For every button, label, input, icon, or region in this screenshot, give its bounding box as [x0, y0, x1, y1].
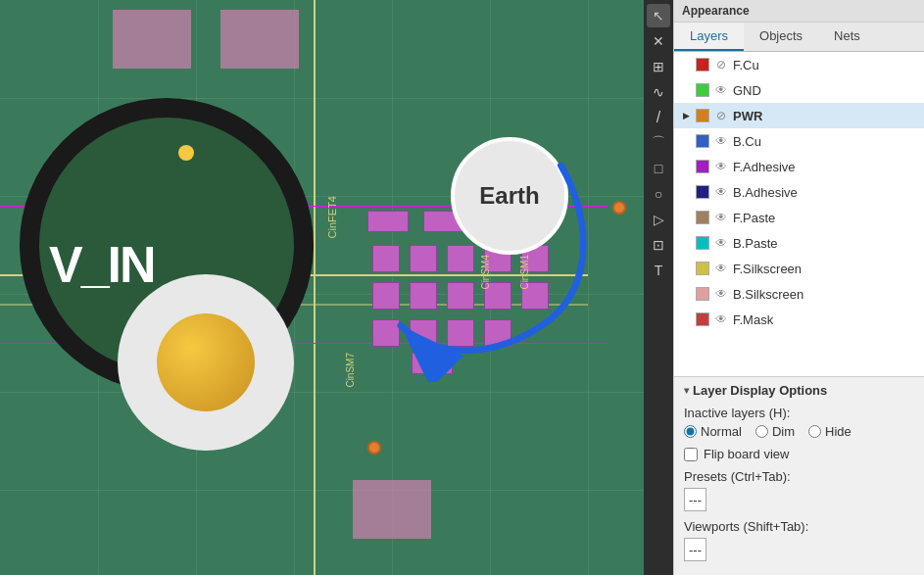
radio-dim[interactable]: Dim: [755, 424, 795, 439]
inactive-layers-label: Inactive layers (H):: [684, 406, 924, 420]
cross-tool-btn[interactable]: ✕: [647, 29, 670, 53]
comp-label-cinsm7: CinSM7: [345, 353, 356, 388]
pad-sm2: [410, 245, 437, 272]
layer-visibility-icon[interactable]: 👁: [713, 312, 729, 326]
layer-item[interactable]: 👁 B.Paste: [674, 230, 924, 256]
comp-label-cinfet4: CinFET4: [326, 196, 338, 238]
layer-item-selected[interactable]: ▶ ⊘ PWR: [674, 103, 924, 128]
radio-dim-input[interactable]: [755, 425, 768, 438]
layer-name: F.Adhesive: [733, 160, 924, 174]
radio-normal[interactable]: Normal: [684, 424, 742, 439]
layer-color: [696, 185, 709, 199]
layer-color: [696, 262, 709, 275]
viewports-dropdown[interactable]: ---: [684, 538, 706, 561]
layer-name: B.Adhesive: [733, 185, 924, 200]
viewports-dropdown-wrapper: ---: [684, 538, 924, 561]
earth-badge: Earth: [451, 137, 568, 255]
layer-item[interactable]: 👁 F.Silkscreen: [674, 256, 924, 281]
layer-item[interactable]: 👁 GND: [674, 77, 924, 103]
pad-bottom: [353, 480, 431, 539]
layer-expand: [680, 288, 692, 300]
radio-hide[interactable]: Hide: [808, 424, 851, 439]
viewports-label: Viewports (Shift+Tab):: [684, 519, 924, 534]
comp-label-cinsm4: CinSM4: [480, 255, 491, 290]
layer-item[interactable]: 👁 B.Silkscreen: [674, 281, 924, 307]
layer-visibility-icon[interactable]: 👁: [713, 236, 729, 250]
layer-item[interactable]: 👁 B.Adhesive: [674, 179, 924, 205]
pad-lg1: [367, 211, 409, 232]
select-tool-btn[interactable]: ↖: [647, 4, 670, 27]
right-panel: Appearance Layers Objects Nets ⊘ F.Cu 👁 …: [673, 0, 924, 575]
pad-top-1: [113, 10, 191, 69]
flip-board-checkbox[interactable]: [684, 448, 698, 461]
arrow-tool-btn[interactable]: ▷: [647, 208, 670, 231]
radio-hide-label: Hide: [825, 424, 851, 439]
layer-color: [696, 312, 709, 326]
layer-color: [696, 109, 709, 122]
layer-expand: [680, 161, 692, 172]
layer-item[interactable]: 👁 F.Adhesive: [674, 154, 924, 179]
layer-name: F.Mask: [733, 312, 924, 327]
layer-visibility-icon[interactable]: 👁: [713, 287, 729, 301]
text-tool-btn[interactable]: T: [647, 259, 670, 282]
tab-nets[interactable]: Nets: [818, 23, 876, 51]
layer-item[interactable]: 👁 F.Paste: [674, 205, 924, 230]
pad-sm13: [447, 319, 474, 347]
pad-sm6: [372, 282, 400, 310]
radio-normal-input[interactable]: [684, 425, 697, 438]
image-tool-btn[interactable]: ⊡: [647, 233, 670, 257]
layer-item[interactable]: 👁 F.Mask: [674, 307, 924, 332]
radio-hide-input[interactable]: [808, 425, 821, 438]
layer-item[interactable]: 👁 B.Cu: [674, 128, 924, 154]
layer-name: GND: [733, 83, 924, 98]
layer-visibility-icon[interactable]: ⊘: [713, 109, 729, 122]
layer-visibility-icon[interactable]: 👁: [713, 160, 729, 173]
pad-top-2: [220, 10, 299, 69]
layer-color: [696, 211, 709, 224]
pad-sm11: [372, 319, 400, 347]
layer-expand: [680, 186, 692, 198]
layer-item[interactable]: ⊘ F.Cu: [674, 52, 924, 77]
line-tool-btn[interactable]: /: [647, 106, 670, 129]
tab-objects[interactable]: Objects: [744, 23, 818, 51]
pcb-canvas[interactable]: V_IN CinFET4 CinSM7 CinSM4 CinSM1 Earth: [0, 0, 644, 575]
layer-visibility-icon[interactable]: 👁: [713, 211, 729, 224]
flip-board-row: Flip board view: [684, 447, 924, 461]
pad-sm14: [484, 319, 511, 347]
arc-tool-btn[interactable]: ⌒: [647, 131, 670, 155]
component-inner: [118, 274, 294, 451]
flip-board-label: Flip board view: [704, 447, 789, 461]
tab-layers[interactable]: Layers: [674, 23, 744, 51]
route-tool-btn[interactable]: ⊞: [647, 55, 670, 78]
pad-sm8: [447, 282, 474, 310]
layer-expand: [680, 59, 692, 71]
small-dot: [178, 145, 194, 161]
layer-name: B.Cu: [733, 134, 924, 149]
layer-color: [696, 58, 709, 72]
layer-color: [696, 134, 709, 148]
layer-visibility-icon[interactable]: ⊘: [713, 58, 729, 72]
layer-expand: [680, 313, 692, 325]
inactive-layers-options: Normal Dim Hide: [684, 424, 924, 439]
layer-display-options-header[interactable]: ▾ Layer Display Options: [684, 383, 924, 398]
layer-name: PWR: [733, 109, 924, 123]
presets-dropdown[interactable]: ---: [684, 488, 706, 511]
layer-visibility-icon[interactable]: 👁: [713, 134, 729, 148]
viewports-dropdown-row: ---: [684, 538, 924, 561]
layer-visibility-icon[interactable]: 👁: [713, 262, 729, 275]
wave-tool-btn[interactable]: ∿: [647, 80, 670, 104]
layer-expand: ▶: [680, 110, 692, 121]
layer-display-options-title: Layer Display Options: [693, 383, 827, 398]
circle-tool-btn[interactable]: ○: [647, 182, 670, 206]
presets-dropdown-wrapper: ---: [684, 488, 924, 511]
pad-lg3: [412, 353, 453, 374]
layer-visibility-icon[interactable]: 👁: [713, 83, 729, 97]
layer-visibility-icon[interactable]: 👁: [713, 185, 729, 199]
presets-label: Presets (Ctrl+Tab):: [684, 469, 924, 484]
vin-label: V_IN: [49, 235, 155, 294]
rect-tool-btn[interactable]: □: [647, 157, 670, 180]
pad-sm7: [410, 282, 437, 310]
orange-dot-2: [367, 441, 381, 455]
layers-list[interactable]: ⊘ F.Cu 👁 GND ▶ ⊘ PWR 👁 B.Cu 👁: [674, 52, 924, 376]
pad-sm12: [410, 319, 437, 347]
